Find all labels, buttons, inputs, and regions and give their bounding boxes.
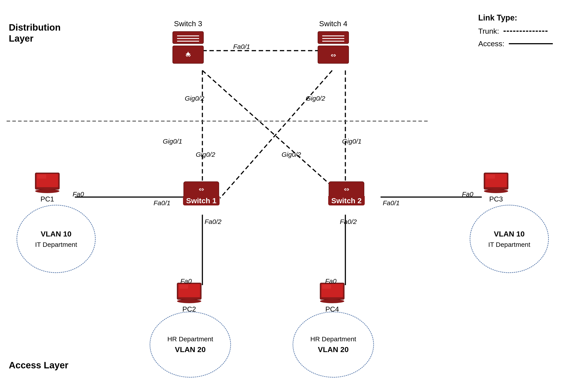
port-gig01-sw1: Gig0/1	[163, 138, 182, 145]
port-fa0-pc2: Fa0	[180, 277, 192, 285]
switch-3-icon: ✦ ⇔	[169, 29, 207, 67]
vlan10-right-text: VLAN 10 IT Department	[488, 228, 530, 249]
pc4: PC4	[318, 282, 346, 313]
switch-3-label: Switch 3	[174, 19, 202, 28]
svg-line-2	[220, 70, 332, 198]
pc2-icon	[175, 282, 204, 304]
switch-2-label: Switch 2	[328, 196, 365, 205]
port-fa0-pc1: Fa0	[73, 190, 84, 198]
port-gig02-sw4: Gig0/2	[306, 95, 325, 102]
switch-1-icon: ⇔	[183, 181, 220, 198]
port-fa0-pc4: Fa0	[325, 277, 336, 285]
legend: Link Type: Trunk: Access:	[478, 13, 553, 52]
vlan10-right-id: VLAN 10	[488, 228, 530, 240]
vlan20-right-id: VLAN 20	[310, 344, 356, 355]
vlan20-right: HR Department VLAN 20	[293, 312, 374, 378]
svg-rect-42	[322, 285, 331, 289]
svg-point-43	[320, 299, 344, 303]
access-line-icon	[509, 43, 553, 44]
port-fa02-sw1: Fa0/2	[205, 218, 222, 226]
pc1: PC1	[33, 172, 62, 203]
vlan20-left-dept: HR Department	[168, 334, 213, 344]
port-gig02-sw1: Gig0/2	[196, 151, 215, 158]
port-fa01-sw2-right: Fa0/1	[383, 199, 400, 207]
svg-text:⇔: ⇔	[344, 186, 349, 193]
legend-access: Access:	[478, 39, 553, 48]
pc4-icon	[318, 282, 346, 304]
port-gig02-sw3: Gig0/2	[185, 95, 204, 102]
pc1-label: PC1	[41, 195, 54, 203]
vlan10-left: VLAN 10 IT Department	[17, 205, 96, 273]
svg-text:⇔: ⇔	[199, 186, 204, 193]
switch-4: Switch 4 ⇔	[315, 18, 352, 67]
vlan20-left-text: HR Department VLAN 20	[168, 334, 213, 355]
vlan10-right: VLAN 10 IT Department	[470, 205, 549, 273]
port-gig02-sw2a: Gig0/2	[282, 151, 301, 158]
svg-point-31	[35, 189, 59, 193]
diagram-container: Distribution Layer Access Layer Link Typ…	[0, 0, 588, 384]
distribution-layer-label: Distribution Layer	[9, 22, 61, 44]
switch-2: ⇔ Switch 2	[328, 181, 365, 205]
switch-1: ⇔ Switch 1	[183, 181, 220, 205]
switch-2-icon: ⇔	[328, 181, 365, 198]
switch-4-icon: ⇔	[315, 29, 352, 67]
vlan20-left-id: VLAN 20	[168, 344, 213, 355]
svg-point-35	[177, 299, 201, 303]
legend-trunk: Trunk:	[478, 27, 553, 35]
svg-rect-10	[173, 31, 204, 44]
pc3-icon	[482, 172, 510, 194]
svg-rect-18	[318, 31, 349, 44]
access-layer-label: Access Layer	[9, 360, 68, 371]
legend-title: Link Type:	[478, 13, 553, 23]
vlan10-left-id: VLAN 10	[35, 228, 77, 240]
vlan20-right-text: HR Department VLAN 20	[310, 334, 356, 355]
svg-text:⇔: ⇔	[331, 51, 336, 59]
vlan20-left: HR Department VLAN 20	[149, 312, 231, 378]
svg-line-1	[202, 70, 345, 198]
port-fa02-sw2: Fa0/2	[340, 218, 357, 226]
svg-text:⇔: ⇔	[186, 51, 191, 59]
port-fa01-sw1-left: Fa0/1	[153, 199, 170, 207]
svg-rect-38	[486, 175, 495, 179]
trunk-line-icon	[504, 31, 547, 32]
pc3: PC3	[482, 172, 510, 203]
port-fa01-sw3-sw4: Fa0/1	[233, 43, 250, 50]
vlan10-left-text: VLAN 10 IT Department	[35, 228, 77, 249]
legend-access-label: Access:	[478, 39, 504, 48]
switch-3: Switch 3 ✦ ⇔	[169, 18, 207, 67]
svg-rect-34	[179, 285, 188, 289]
vlan20-right-dept: HR Department	[310, 334, 356, 344]
pc3-label: PC3	[489, 195, 503, 203]
legend-trunk-label: Trunk:	[478, 27, 499, 35]
pc1-icon	[33, 172, 62, 194]
switch-4-label: Switch 4	[319, 19, 348, 28]
port-gig01-sw2: Gig0/1	[342, 138, 361, 145]
vlan10-right-dept: IT Department	[488, 240, 530, 249]
pc2: PC2	[175, 282, 204, 313]
svg-rect-30	[37, 175, 46, 179]
switch-1-label: Switch 1	[183, 196, 220, 205]
port-fa0-pc3: Fa0	[462, 190, 473, 198]
vlan10-left-dept: IT Department	[35, 240, 77, 249]
svg-point-39	[484, 189, 508, 193]
